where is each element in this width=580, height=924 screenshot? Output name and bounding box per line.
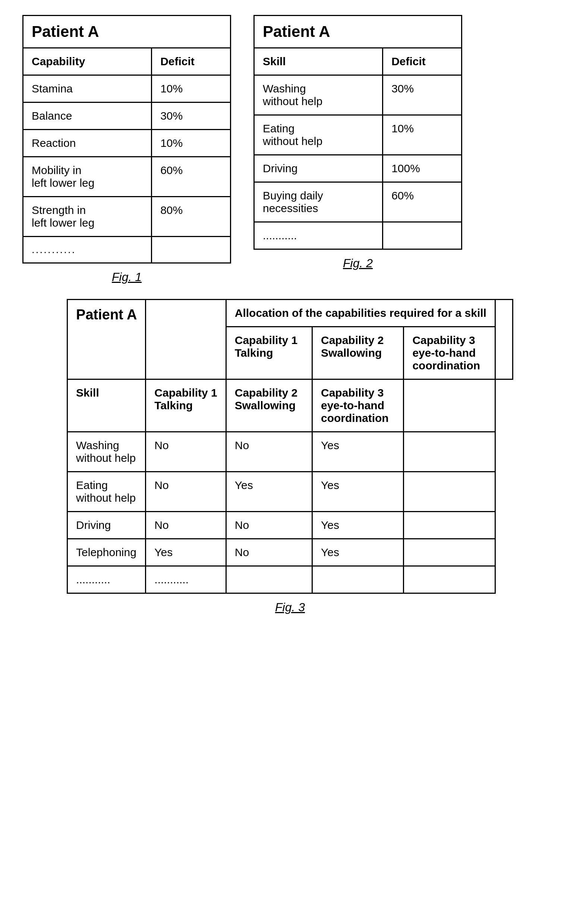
fig1-row-deficit: 30% — [152, 102, 231, 130]
fig3-row-skill: Washing without help — [68, 432, 146, 472]
fig2-title: Patient A — [254, 16, 383, 48]
figure-1-container: Patient A Capability Deficit Stamina10%B… — [22, 15, 231, 284]
fig2-row-deficit — [383, 222, 462, 249]
fig1-row-capability: Balance — [23, 102, 152, 130]
fig3-row-dots — [404, 512, 495, 539]
fig3-col-cap1: Capability 1 Talking — [226, 327, 312, 379]
fig3-row-cap2: No — [226, 539, 312, 566]
figure-1-table: Patient A Capability Deficit Stamina10%B… — [22, 15, 231, 264]
fig2-col2-header: Deficit — [383, 48, 462, 75]
fig2-row-deficit: 60% — [383, 182, 462, 222]
fig1-row-capability: Strength in left lower leg — [23, 197, 152, 237]
fig3-row-skill: Telephoning — [68, 539, 146, 566]
fig3-row-cap1: No — [146, 512, 226, 539]
fig2-row-skill: ........... — [254, 222, 383, 249]
fig1-row-deficit: 60% — [152, 157, 231, 197]
fig1-title-empty — [152, 16, 231, 48]
fig3-row-skill: Driving — [68, 512, 146, 539]
fig1-col2-header: Deficit — [152, 48, 231, 75]
fig3-title-empty2 — [146, 300, 226, 379]
fig3-row-dots — [404, 539, 495, 566]
fig3-alloc-header: Allocation of the capabilities required … — [226, 300, 495, 327]
fig3-row-cap3: Yes — [312, 432, 403, 472]
fig3-col-cap3: Capability 3 eye-to-hand coordination — [404, 327, 495, 379]
fig3-row-skill: ........... — [68, 566, 146, 593]
fig3-label: Fig. 3 — [275, 601, 305, 614]
fig3-row-dots — [404, 432, 495, 472]
fig3-row-cap1: ........... — [146, 566, 226, 593]
fig1-label: Fig. 1 — [112, 270, 142, 284]
fig3-row-cap1: No — [146, 432, 226, 472]
fig1-title: Patient A — [23, 16, 152, 48]
fig2-row-deficit: 30% — [383, 75, 462, 115]
fig1-col1-header: Capability — [23, 48, 152, 75]
figure-3-table: Patient A Allocation of the capabilities… — [67, 299, 513, 594]
fig3-cap1-label: Capability 1Talking — [146, 379, 226, 432]
fig3-row-cap3: Yes — [312, 539, 403, 566]
fig2-row-deficit: 10% — [383, 115, 462, 155]
fig3-row-cap3: Yes — [312, 512, 403, 539]
fig2-row-skill: Buying daily necessities — [254, 182, 383, 222]
fig3-row-dots — [404, 472, 495, 512]
fig3-row-dots — [404, 566, 495, 593]
fig1-row-deficit: 10% — [152, 130, 231, 157]
fig1-row-capability: ........... — [23, 237, 152, 263]
fig1-row-deficit — [152, 237, 231, 263]
fig2-row-skill: Eating without help — [254, 115, 383, 155]
fig3-row-cap2 — [226, 566, 312, 593]
fig1-row-capability: Reaction — [23, 130, 152, 157]
fig3-header-dots — [495, 300, 512, 379]
fig2-row-deficit: 100% — [383, 155, 462, 182]
fig3-row-skill: Eating without help — [68, 472, 146, 512]
fig3-row-cap2: No — [226, 432, 312, 472]
fig3-title: Patient A — [68, 300, 146, 379]
figure-3-section: Patient A Allocation of the capabilities… — [22, 299, 558, 614]
fig3-row-cap3 — [312, 566, 403, 593]
fig3-row-cap2: No — [226, 512, 312, 539]
figure-2-table: Patient A Skill Deficit Washing without … — [254, 15, 462, 250]
fig2-row-skill: Washing without help — [254, 75, 383, 115]
fig3-skill-header: Skill — [68, 379, 146, 432]
fig3-dots-header — [404, 379, 495, 432]
fig3-col-cap2: Capability 2 Swallowing — [312, 327, 403, 379]
fig3-row-cap2: Yes — [226, 472, 312, 512]
fig3-cap2-label: Capability 2Swallowing — [226, 379, 312, 432]
fig2-col1-header: Skill — [254, 48, 383, 75]
figure-2-container: Patient A Skill Deficit Washing without … — [254, 15, 462, 284]
fig1-row-deficit: 80% — [152, 197, 231, 237]
fig1-row-deficit: 10% — [152, 75, 231, 102]
fig2-label: Fig. 2 — [343, 257, 373, 270]
fig3-cap3-label: Capability 3eye-to-handcoordination — [312, 379, 403, 432]
fig1-row-capability: Mobility in left lower leg — [23, 157, 152, 197]
fig3-row-cap1: No — [146, 472, 226, 512]
fig2-row-skill: Driving — [254, 155, 383, 182]
fig3-row-cap1: Yes — [146, 539, 226, 566]
fig3-row-cap3: Yes — [312, 472, 403, 512]
fig2-title-empty — [383, 16, 462, 48]
fig1-row-capability: Stamina — [23, 75, 152, 102]
